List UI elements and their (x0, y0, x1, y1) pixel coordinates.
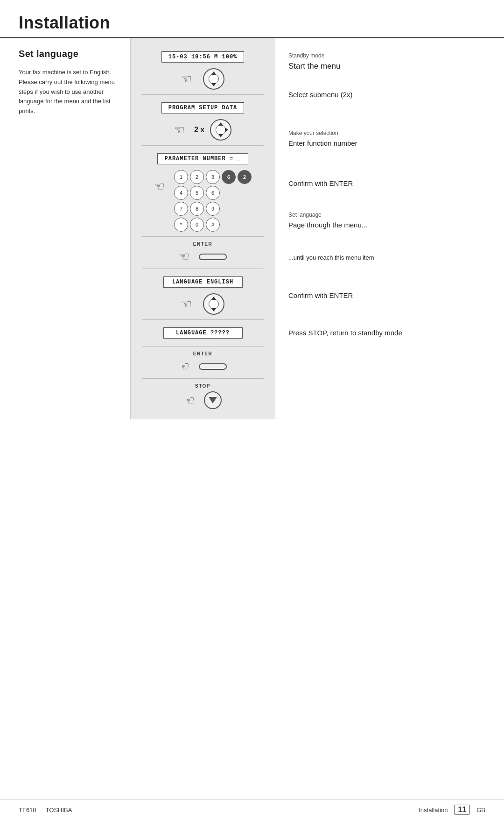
nav-button-2[interactable] (210, 119, 231, 141)
stop-label: STOP (195, 383, 210, 389)
hand-pointer-7: ☞ (184, 393, 195, 408)
make-selection-label: Make your selection (288, 130, 357, 136)
enter-label-1: ENTER (193, 241, 212, 247)
lcd-standby: 15-03 19:56 M 100% (161, 51, 245, 63)
footer-brand: TOSHIBA (46, 807, 72, 814)
step7-enter: ENTER ☞ (135, 347, 270, 377)
set-language-label: Set language (288, 212, 367, 218)
right-step-8: Press STOP, return to standby mode (288, 314, 493, 351)
key-6-highlight[interactable]: 6 (222, 170, 236, 184)
hand-pointer-6: ☞ (179, 359, 189, 374)
center-diagram: 15-03 19:56 M 100% ☞ PROGRAM SETUP DATA … (131, 38, 275, 419)
left-column: Set language Your fax machine is set to … (0, 38, 131, 419)
right-step-7: Confirm with ENTER (288, 276, 493, 314)
right-step-6: ...until you reach this menu item (288, 239, 493, 276)
stop-button[interactable] (204, 391, 222, 409)
step3-text: Enter function number (288, 138, 357, 148)
page-number: 11 (454, 805, 470, 815)
step1-text: Start the menu (288, 61, 341, 72)
step8-text: Press STOP, return to standby mode (288, 328, 402, 338)
step3-display: PARAMETER NUMBER = _ ☞ 1 2 3 6 2 4 5 6 (135, 147, 270, 235)
multiplier-label: 2 x (194, 126, 204, 134)
stop-icon (209, 397, 217, 403)
step7-text: Confirm with ENTER (288, 290, 353, 300)
divider-6 (142, 346, 263, 347)
footer-section: Installation (419, 807, 448, 814)
footer-region: GB (476, 807, 485, 814)
divider-5 (142, 319, 263, 320)
key-6[interactable]: 6 (206, 186, 220, 200)
step8-stop: STOP ☞ (135, 380, 270, 413)
right-step-1: Standby mode Start the menu (288, 49, 493, 76)
step6-text: ...until you reach this menu item (288, 254, 374, 262)
right-descriptions: Standby mode Start the menu Select subme… (275, 38, 504, 419)
key-2-highlight[interactable]: 2 (238, 170, 252, 184)
lcd-parameter: PARAMETER NUMBER = _ (157, 153, 248, 164)
lcd-language-unknown: LANGUAGE ????? (163, 327, 243, 339)
nav-button-3[interactable] (203, 293, 224, 315)
section-title: Set language (19, 49, 119, 59)
right-step-2: Select submenu (2x) (288, 76, 493, 113)
step5-display: LANGUAGE ENGLISH ☞ (135, 270, 270, 318)
key-0[interactable]: 0 (190, 218, 204, 232)
enter-button-2[interactable] (199, 363, 227, 370)
key-8[interactable]: 8 (190, 202, 204, 216)
hand-pointer-5: ☞ (181, 297, 192, 311)
footer-left: TF610 TOSHIBA (19, 807, 72, 814)
hand-pointer-4: ☞ (179, 249, 189, 264)
page-title: Installation (0, 0, 504, 38)
key-3[interactable]: 3 (206, 170, 220, 184)
key-hash[interactable]: # (206, 218, 220, 232)
step2-display: PROGRAM SETUP DATA ☞ 2 x (135, 96, 270, 144)
section-description: Your fax machine is set to English. Plea… (19, 68, 119, 116)
key-5[interactable]: 5 (190, 186, 204, 200)
key-4[interactable]: 4 (174, 186, 188, 200)
step4-text: Confirm with ENTER (288, 178, 353, 188)
enter-button-1[interactable] (199, 254, 227, 260)
key-1[interactable]: 1 (174, 170, 188, 184)
nav-button-1[interactable] (203, 68, 224, 90)
hand-pointer-3: ☞ (154, 179, 165, 194)
key-2[interactable]: 2 (190, 170, 204, 184)
step4-enter: ENTER ☞ (135, 238, 270, 268)
right-step-5: Set language Page through the menu... (288, 202, 493, 239)
divider-4 (142, 269, 263, 269)
page-footer: TF610 TOSHIBA Installation 11 GB (0, 800, 504, 815)
divider-3 (142, 236, 263, 237)
key-9[interactable]: 9 (206, 202, 220, 216)
key-star[interactable]: * (174, 218, 188, 232)
lcd-language-english: LANGUAGE ENGLISH (163, 276, 243, 288)
hand-pointer-2: ☞ (174, 123, 185, 137)
divider-1 (142, 94, 263, 95)
footer-model: TF610 (19, 807, 36, 814)
enter-label-2: ENTER (193, 351, 212, 356)
lcd-program-setup: PROGRAM SETUP DATA (161, 102, 245, 113)
hand-pointer-1: ☞ (181, 72, 192, 86)
step6-display: LANGUAGE ????? (135, 321, 270, 345)
step5-text: Page through the menu... (288, 220, 367, 230)
footer-right: Installation 11 GB (419, 805, 485, 815)
standby-label: Standby mode (288, 52, 341, 59)
divider-2 (142, 145, 263, 146)
key-7[interactable]: 7 (174, 202, 188, 216)
divider-7 (142, 378, 263, 379)
step1-display: 15-03 19:56 M 100% ☞ (135, 45, 270, 93)
step2-text: Select submenu (2x) (288, 90, 353, 99)
main-content: Set language Your fax machine is set to … (0, 38, 504, 419)
right-step-4: Confirm with ENTER (288, 164, 493, 202)
right-step-3: Make your selection Enter function numbe… (288, 113, 493, 164)
